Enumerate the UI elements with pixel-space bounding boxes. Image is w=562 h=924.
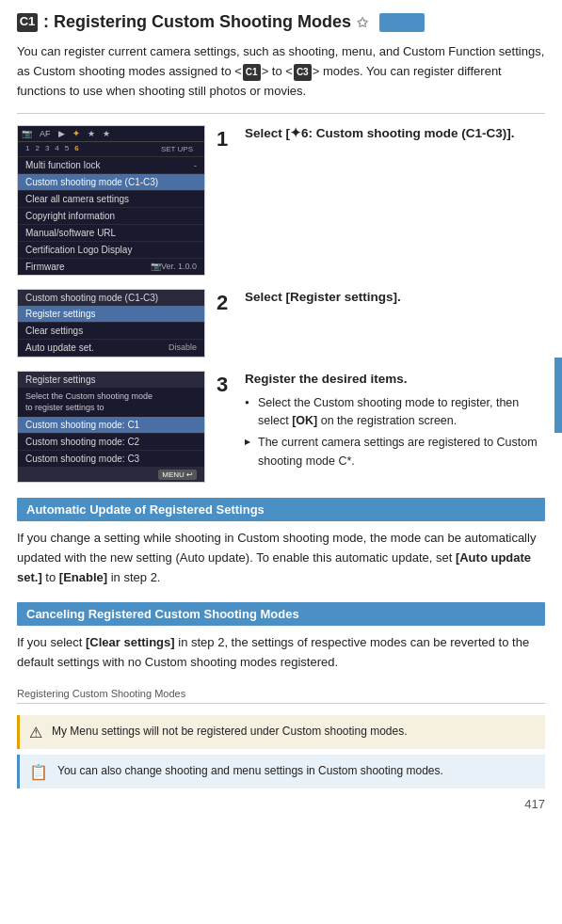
title-divider xyxy=(17,113,545,114)
warning-icon: ⚠ xyxy=(29,724,42,741)
breadcrumb: Registering Custom Shooting Modes xyxy=(17,688,545,704)
cam-num-3: 3 xyxy=(45,144,49,154)
step-1-title: Select [✦6: Custom shooting mode (C1-C3)… xyxy=(245,125,545,143)
step-1-image: 📷 AF ▶ ✦ ★ ★ 1 2 3 4 5 6 SET UPS xyxy=(17,125,205,276)
cam-num-6: 6 xyxy=(74,144,78,154)
step-2-number: 2 xyxy=(217,291,233,315)
cam-num-4: 4 xyxy=(55,144,58,154)
cam-icon-wrench: ✦ xyxy=(72,129,80,138)
auto-update-header: Automatic Update of Registered Settings xyxy=(17,498,545,521)
cam-item-multifunction: Multi function lock - xyxy=(18,157,204,174)
cam-menu-items: Multi function lock - Custom shooting mo… xyxy=(18,157,204,275)
canceling-section: Canceling Registered Custom Shooting Mod… xyxy=(17,602,545,673)
step-2-title: Select [Register settings]. xyxy=(245,289,545,307)
note-warning-box: ⚠ My Menu settings will not be registere… xyxy=(17,715,545,749)
step-1-row: 📷 AF ▶ ✦ ★ ★ 1 2 3 4 5 6 SET UPS xyxy=(17,125,545,276)
cam-item-manual-url: Manual/software URL xyxy=(18,225,204,242)
step-3-image: Register settings Select the Custom shoo… xyxy=(17,371,205,483)
title-text: : Registering Custom Shooting Modes xyxy=(43,11,351,33)
step-3-content: Register the desired items. Select the C… xyxy=(245,371,545,474)
auto-update-text: If you change a setting while shooting i… xyxy=(17,529,545,587)
note-section: ⚠ My Menu settings will not be registere… xyxy=(17,715,545,789)
cam-setup-label: SET UPS xyxy=(157,144,197,154)
cam-icon-photo: 📷 xyxy=(22,129,32,138)
cam-s3-subdesc: Select the Custom shooting modeto regist… xyxy=(18,388,204,417)
step-2-row: Custom shooting mode (C1-C3) Register se… xyxy=(17,289,545,358)
cam-s3-mode-c1[interactable]: Custom shooting mode: C1 xyxy=(18,417,204,434)
c3-inline-icon: C3 xyxy=(294,64,312,81)
cam-s2-item-register[interactable]: Register settings xyxy=(18,306,204,323)
cam-tab-icons: 📷 AF ▶ ✦ ★ ★ xyxy=(18,126,204,142)
step-3-desc: Select the Custom shooting mode to regis… xyxy=(245,394,545,471)
cam-s2-item-autoupdate: Auto update set. Disable xyxy=(18,340,204,357)
cam-num-1: 1 xyxy=(25,144,29,154)
cam-item-cert-logo: Certification Logo Display xyxy=(18,242,204,259)
cam-item-firmware: Firmware 📷Ver. 1.0.0 xyxy=(18,259,204,275)
cam-s3-menubar: MENU ↩ xyxy=(18,468,204,482)
cam-s3-header: Register settings xyxy=(18,372,204,388)
page-container: C1 : Registering Custom Shooting Modes ✩… xyxy=(0,0,562,822)
step-3-title: Register the desired items. xyxy=(245,371,545,389)
note-info-box: 📋 You can also change shooting and menu … xyxy=(17,755,545,789)
steps-area: 📷 AF ▶ ✦ ★ ★ 1 2 3 4 5 6 SET UPS xyxy=(17,125,545,483)
step-3-bullet-1: Select the Custom shooting mode to regis… xyxy=(245,394,545,431)
page-number: 417 xyxy=(524,797,545,811)
auto-update-section: Automatic Update of Registered Settings … xyxy=(17,498,545,587)
cam-screen2-header: Custom shooting mode (C1-C3) xyxy=(18,290,204,306)
step-1-content: Select [✦6: Custom shooting mode (C1-C3)… xyxy=(245,125,545,149)
blue-accent-rect xyxy=(379,13,425,32)
cam-item-custom-mode[interactable]: Custom shooting mode (C1-C3) xyxy=(18,174,204,191)
canceling-text: If you select [Clear settings] in step 2… xyxy=(17,633,545,673)
page-title: C1 : Registering Custom Shooting Modes ✩ xyxy=(17,11,545,33)
note-info-text: You can also change shooting and menu se… xyxy=(57,762,443,779)
step-3-bullet-2: The current camera settings are register… xyxy=(245,434,545,470)
info-icon: 📋 xyxy=(29,763,48,781)
step-3-row: Register settings Select the Custom shoo… xyxy=(17,371,545,483)
star-icon: ✩ xyxy=(357,14,368,31)
step-2-content: Select [Register settings]. xyxy=(245,289,545,312)
cam-item-clear-all: Clear all camera settings xyxy=(18,191,204,208)
cam-s3-mode-c3: Custom shooting mode: C3 xyxy=(18,451,204,468)
cam-menu-button[interactable]: MENU ↩ xyxy=(158,470,197,480)
cam-item-copyright: Copyright information xyxy=(18,208,204,225)
step-1-number: 1 xyxy=(217,127,233,151)
cam-s3-mode-c2: Custom shooting mode: C2 xyxy=(18,434,204,451)
c1-mode-icon: C1 xyxy=(17,13,38,32)
step-3-number: 3 xyxy=(217,373,233,397)
cam-tab-numbers: 1 2 3 4 5 6 SET UPS xyxy=(18,142,204,157)
note-warning-text: My Menu settings will not be registered … xyxy=(52,723,408,740)
cam-icon-star1: ★ xyxy=(88,129,95,138)
cam-num-5: 5 xyxy=(65,144,69,154)
cam-icon-af: AF xyxy=(40,129,51,138)
intro-paragraph: You can register current camera settings… xyxy=(17,42,545,101)
firmware-label: Firmware xyxy=(25,262,65,272)
canceling-header: Canceling Registered Custom Shooting Mod… xyxy=(17,602,545,626)
right-edge-bar xyxy=(554,358,562,433)
cam-num-2: 2 xyxy=(35,144,39,154)
step-2-image: Custom shooting mode (C1-C3) Register se… xyxy=(17,289,205,358)
c1-inline-icon: C1 xyxy=(243,64,261,81)
cam-icon-star2: ★ xyxy=(103,129,110,138)
cam-s2-item-clear: Clear settings xyxy=(18,323,204,340)
firmware-version: 📷Ver. 1.0.0 xyxy=(151,262,197,272)
cam-icon-play: ▶ xyxy=(58,129,65,138)
